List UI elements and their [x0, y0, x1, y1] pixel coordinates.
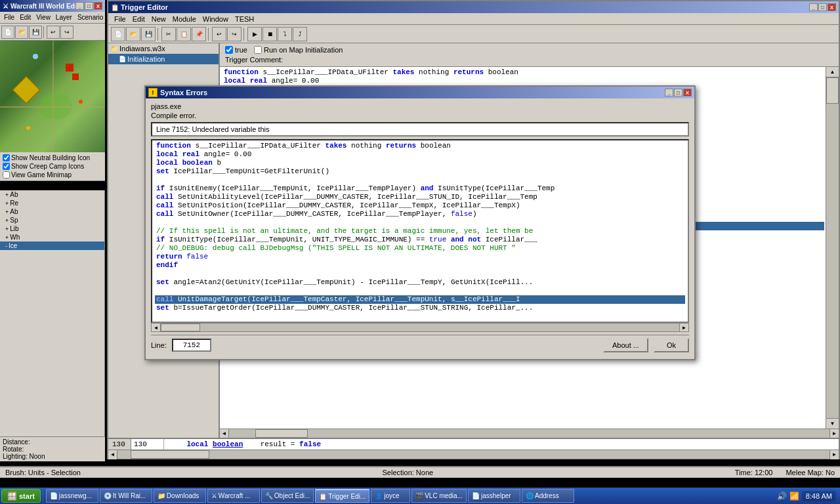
we-tool-open[interactable]: 📂: [15, 26, 28, 39]
we-tool-new[interactable]: 📄: [1, 26, 14, 39]
cb-minimap[interactable]: [3, 171, 10, 178]
cb-creep-camp[interactable]: [3, 163, 10, 170]
te-tree-root[interactable]: 📁 Indiawars.w3x: [108, 43, 219, 54]
se-restore-btn[interactable]: □: [674, 89, 682, 96]
we-menu-scenario[interactable]: Scenario: [75, 13, 106, 22]
se-minimize-btn[interactable]: _: [665, 89, 673, 96]
te-hscroll-right[interactable]: ►: [830, 429, 839, 438]
cb-neutral-building[interactable]: [3, 154, 10, 161]
tree-item-re[interactable]: +Re: [0, 199, 104, 207]
about-button[interactable]: About ...: [603, 338, 648, 352]
line-label: Line:: [151, 341, 167, 349]
taskbar-icon-address: 🌐: [526, 492, 534, 499]
te-menu-window[interactable]: Window: [200, 14, 232, 24]
te-maximize-btn[interactable]: □: [818, 3, 827, 11]
te-btn-undo[interactable]: ↩: [212, 27, 226, 41]
taskbar-item-itwillrai[interactable]: 💿 It Will Rai...: [100, 489, 152, 503]
taskbar-icon-warcraft: ⚔: [211, 492, 217, 499]
taskbar-label-vlc: VLC media...: [425, 492, 463, 499]
line-input[interactable]: [172, 339, 211, 352]
world-editor-window: ⚔ Warcraft III World Editor _ □ X: [0, 0, 105, 12]
we-close-btn[interactable]: X: [94, 2, 102, 10]
selection-label: Selection: None: [383, 469, 434, 476]
modal-hscroll-right[interactable]: ►: [679, 324, 688, 331]
taskbar-item-vlc[interactable]: 🎬 VLC media...: [411, 489, 467, 503]
te-hscroll-left[interactable]: ◄: [220, 429, 229, 438]
tree-item-wh[interactable]: +Wh: [0, 233, 104, 242]
tray-network-icon[interactable]: 📶: [789, 492, 799, 501]
te-close-btn[interactable]: X: [828, 3, 836, 11]
se-close-btn[interactable]: X: [683, 89, 692, 96]
te-btn-new-trigger[interactable]: 📄: [111, 27, 125, 41]
taskbar-sep: [43, 490, 44, 503]
te-btn-redo[interactable]: ↪: [227, 27, 242, 41]
te-minimize-btn[interactable]: _: [809, 3, 818, 11]
code-editor-area[interactable]: function s__IcePillar___IPData_UFilter t…: [151, 139, 689, 323]
taskbar-item-joyce[interactable]: 👤 joyce: [371, 489, 410, 503]
te-tree-init[interactable]: 📄 Initialization: [108, 54, 219, 64]
taskbar-item-address[interactable]: 🌐 Address: [522, 489, 574, 503]
te-sep2: [208, 28, 210, 41]
te-btn-stop[interactable]: ⏹: [262, 27, 277, 41]
syntax-errors-controls: _ □ X: [665, 89, 692, 96]
te-menu-tesh[interactable]: TESH: [232, 14, 257, 24]
we-status: Distance: Rotate: Lighting: Noon: [0, 436, 105, 461]
te-btn-copy[interactable]: 📋: [177, 27, 191, 41]
cb-neutral-building-row: Show Neutral Building Icon: [3, 154, 102, 162]
taskbar-item-downloads[interactable]: 📁 Downloads: [154, 489, 206, 503]
taskbar-item-warcraft[interactable]: ⚔ Warcraft ...: [207, 489, 260, 503]
te-btn-step-in[interactable]: ⤵: [278, 27, 292, 41]
we-menu-view[interactable]: View: [33, 13, 53, 22]
we-menu-layer[interactable]: Layer: [53, 13, 75, 22]
taskbar-item-objecteditor[interactable]: 🔧 Object Edi...: [261, 489, 314, 503]
brush-info-bar: Brush: Units - Selection Selection: None…: [0, 466, 840, 478]
te-scrollbar-down[interactable]: ▼: [826, 418, 839, 429]
taskbar-item-jasshelper[interactable]: 📄 jasshelper: [468, 489, 520, 503]
te-btn-paste[interactable]: 📌: [192, 27, 206, 41]
te-btn-step-over[interactable]: ⤴: [293, 27, 307, 41]
syntax-errors-icon: !: [148, 88, 158, 97]
modal-hscroll-left[interactable]: ◄: [152, 324, 161, 331]
te-menu-new[interactable]: New: [148, 14, 169, 24]
te-main-hscroll-right[interactable]: ►: [830, 450, 839, 459]
we-menu-file[interactable]: File: [1, 13, 17, 22]
taskbar-label-jasshelper: jasshelper: [481, 492, 511, 499]
te-main-hscroll-left[interactable]: ◄: [108, 450, 117, 459]
taskbar-label-warcraft: Warcraft ...: [219, 492, 251, 499]
te-line-num-box: 130: [108, 439, 131, 450]
we-map-preview: [0, 41, 105, 152]
te-menu-file[interactable]: File: [111, 14, 129, 24]
we-tool-undo[interactable]: ↩: [47, 26, 60, 39]
taskbar-icon-jassnewg: 📄: [50, 492, 58, 499]
we-tool-save[interactable]: 💾: [29, 26, 42, 39]
te-btn-save[interactable]: 💾: [141, 27, 156, 41]
taskbar-icon-jasshelper: 📄: [472, 492, 480, 499]
run-on-init-checkbox[interactable]: [254, 46, 262, 54]
taskbar-item-triggereditor[interactable]: 📋 Trigger Edi...: [315, 489, 369, 503]
we-maximize-btn[interactable]: □: [85, 2, 93, 10]
we-tool-redo[interactable]: ↪: [60, 26, 74, 39]
we-menu-edit[interactable]: Edit: [17, 13, 33, 22]
tree-item-sp[interactable]: +Sp: [0, 216, 104, 224]
enabled-checkbox[interactable]: [225, 46, 233, 54]
we-minimize-btn[interactable]: _: [75, 2, 84, 10]
te-btn-open[interactable]: 📂: [126, 27, 140, 41]
te-btn-run[interactable]: ▶: [247, 27, 262, 41]
te-menu-edit[interactable]: Edit: [129, 14, 148, 24]
ok-button[interactable]: Ok: [654, 338, 689, 352]
tree-item-ab1[interactable]: +Ab: [0, 190, 104, 199]
tree-item-ab2[interactable]: +Ab: [0, 207, 104, 216]
tray-speaker-icon[interactable]: 🔊: [777, 492, 787, 501]
te-title-text: Trigger Editor: [121, 3, 809, 11]
tree-item-lib[interactable]: +Lib: [0, 224, 104, 233]
taskbar-item-jassnewg[interactable]: 📄 jassnewg...: [46, 489, 98, 503]
start-button[interactable]: 🪟 start: [1, 489, 41, 503]
te-menu-module[interactable]: Module: [169, 14, 200, 24]
taskbar-icon-itwillrai: 💿: [104, 492, 112, 499]
te-btn-cut[interactable]: ✂: [161, 27, 176, 41]
taskbar-icon-objecteditor: 🔧: [265, 492, 273, 499]
run-on-init-label: Run on Map Initialization: [254, 46, 343, 54]
taskbar-label-triggereditor: Trigger Edi...: [328, 493, 366, 500]
te-scrollbar-up[interactable]: ▲: [826, 67, 839, 77]
tree-item-ice[interactable]: -Ice: [0, 242, 104, 250]
